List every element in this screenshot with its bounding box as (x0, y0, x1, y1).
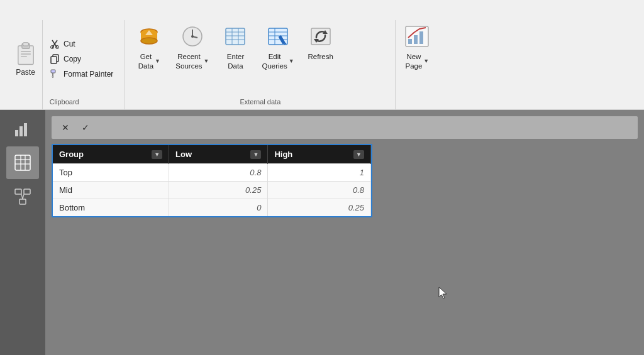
cell-high-1: 0.8 (268, 182, 371, 199)
cell-low-0: 0.8 (169, 164, 268, 182)
format-painter-label: Format Painter (64, 70, 113, 79)
cell-group-1: Mid (53, 182, 169, 199)
clipboard-group: Paste Cut (4, 20, 125, 109)
table-row[interactable]: Mid0.250.8 (53, 182, 371, 199)
svg-point-20 (191, 35, 194, 38)
cut-icon (49, 38, 60, 50)
format-painter-button[interactable]: Format Painter (47, 67, 116, 81)
svg-rect-2 (23, 43, 28, 46)
confirm-button[interactable]: ✓ (77, 119, 94, 136)
cell-low-1: 0.25 (169, 182, 268, 199)
header-group[interactable]: Group ▼ (53, 145, 169, 164)
new-page-icon (403, 23, 431, 50)
cell-group-0: Top (53, 164, 169, 182)
enter-data-label: Enter Data (227, 52, 245, 71)
svg-rect-40 (419, 31, 423, 44)
close-button[interactable]: ✕ (57, 119, 74, 136)
ribbon-content: Paste Cut (0, 18, 644, 109)
enter-data-button[interactable]: Enter Data (216, 20, 254, 85)
recent-sources-button[interactable]: Recent Sources ▼ (170, 20, 214, 85)
edit-queries-dropdown-arrow: ▼ (289, 58, 294, 65)
new-page-label: New Page ▼ (405, 52, 429, 71)
new-page-button[interactable]: New Page ▼ (398, 20, 436, 85)
enter-data-icon (221, 23, 249, 50)
sidebar-icon-bar-chart[interactable] (6, 112, 39, 145)
recent-sources-icon (179, 23, 206, 50)
sidebar-icon-model[interactable] (6, 180, 39, 213)
paste-button[interactable]: Paste (9, 20, 43, 109)
data-table: Group ▼ Low ▼ High (53, 145, 371, 216)
paste-label: Paste (16, 68, 35, 77)
svg-rect-51 (19, 199, 26, 204)
svg-rect-38 (408, 39, 412, 44)
new-page-group: New Page ▼ (396, 20, 438, 109)
get-data-label: Get Data ▼ (138, 52, 160, 71)
clipboard-right: Cut Copy (43, 20, 119, 109)
svg-rect-44 (15, 155, 30, 170)
get-data-dropdown-arrow: ▼ (155, 58, 160, 65)
svg-rect-42 (19, 126, 23, 136)
edit-queries-button[interactable]: Edit Queries ▼ (257, 20, 299, 85)
group-dropdown-arrow[interactable]: ▼ (152, 150, 162, 159)
table-row[interactable]: Bottom00.25 (53, 199, 371, 217)
sidebar-icon-table[interactable] (6, 146, 39, 179)
cell-low-2: 0 (169, 199, 268, 217)
copy-label: Copy (64, 55, 81, 63)
cut-button[interactable]: Cut (47, 37, 116, 51)
cell-high-0: 1 (268, 164, 371, 182)
svg-rect-10 (51, 70, 55, 73)
refresh-button[interactable]: Refresh (302, 20, 340, 75)
cell-group-2: Bottom (53, 199, 169, 217)
sidebar (0, 110, 45, 355)
toolbar-row: ✕ ✓ (52, 116, 638, 139)
table-row[interactable]: Top0.81 (53, 164, 371, 182)
get-data-icon (135, 23, 163, 50)
svg-rect-34 (311, 28, 330, 45)
copy-icon (49, 53, 60, 65)
svg-rect-9 (51, 57, 57, 63)
recent-sources-label: Recent Sources ▼ (175, 52, 209, 71)
svg-rect-21 (226, 28, 245, 45)
external-data-group: Get Data ▼ Recent Sources (125, 20, 396, 109)
refresh-icon (307, 23, 335, 50)
svg-rect-39 (414, 35, 418, 44)
svg-rect-41 (15, 130, 18, 136)
table-container: Group ▼ Low ▼ High (52, 144, 372, 217)
svg-rect-50 (24, 189, 30, 194)
svg-line-53 (23, 194, 24, 199)
edit-queries-icon (264, 23, 292, 50)
svg-marker-12 (52, 76, 54, 78)
copy-button[interactable]: Copy (47, 52, 116, 66)
edit-queries-label: Edit Queries ▼ (262, 52, 294, 71)
bottom-area: ✕ ✓ Group ▼ (0, 110, 644, 355)
new-page-dropdown-arrow: ▼ (423, 58, 429, 65)
paste-icon (13, 41, 38, 67)
svg-rect-43 (24, 123, 27, 136)
check-icon: ✓ (82, 123, 89, 133)
format-painter-icon (49, 68, 60, 80)
get-data-button[interactable]: Get Data ▼ (130, 20, 168, 85)
external-data-label: External data (240, 98, 280, 106)
ribbon-tabs (0, 0, 644, 18)
high-dropdown-arrow[interactable]: ▼ (353, 150, 364, 159)
recent-sources-dropdown-arrow: ▼ (204, 58, 209, 65)
svg-rect-49 (15, 189, 21, 194)
header-high[interactable]: High ▼ (268, 145, 371, 164)
svg-point-15 (141, 38, 157, 44)
cut-label: Cut (64, 40, 75, 48)
cell-high-2: 0.25 (268, 199, 371, 217)
content-area: ✕ ✓ Group ▼ (45, 110, 644, 355)
refresh-label: Refresh (308, 52, 333, 62)
header-low[interactable]: Low ▼ (169, 145, 268, 164)
close-icon: ✕ (62, 123, 69, 133)
clipboard-label: Clipboard (50, 98, 79, 106)
low-dropdown-arrow[interactable]: ▼ (250, 150, 261, 159)
ribbon: Paste Cut (0, 0, 644, 110)
